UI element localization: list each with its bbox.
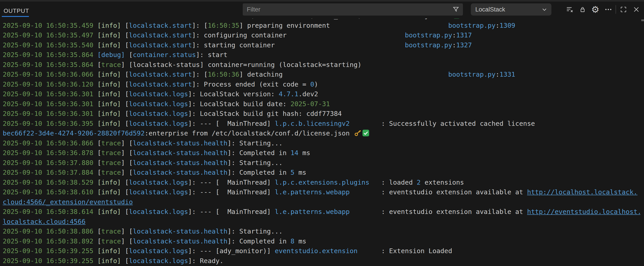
log-text: [ — [121, 81, 129, 88]
log-text: [ — [121, 120, 129, 127]
log-text: 2025-09-10 16:50:35.413 — [3, 18, 94, 19]
log-text: 2025-09-10 16:50:35.497 — [3, 31, 94, 39]
log-text: bootstrap.py — [448, 22, 496, 29]
log-text: [info] — [97, 100, 121, 108]
log-text: [info] — [97, 22, 121, 29]
log-text: [ — [125, 51, 133, 59]
log-line: 2025-09-10 16:50:36.395 [info] [localsta… — [3, 119, 640, 129]
auto-scroll-lock-button[interactable] — [576, 3, 589, 15]
log-text: [ — [97, 149, 101, 157]
log-text: localstack-status.health — [133, 237, 228, 245]
log-text: : loaded — [370, 178, 417, 186]
log-line: 2025-09-10 16:50:38.892 [trace] [localst… — [3, 237, 640, 246]
log-text: ]: [ — [192, 71, 208, 78]
log-text: ]: --- [ MainThread] — [188, 188, 275, 196]
log-text: ] [localstack-status] container=running … — [121, 61, 362, 69]
log-text: : eventstudio extension available at — [350, 188, 527, 196]
log-line: 2025-09-10 16:50:36.120 [info] [localsta… — [3, 80, 640, 90]
log-text: 2025-09-10 16:50:35.864 — [3, 61, 94, 69]
log-text — [94, 22, 97, 29]
filter-funnel-icon[interactable] — [452, 6, 460, 13]
log-text: [ — [121, 71, 129, 78]
clear-output-button[interactable] — [563, 3, 576, 15]
log-text: container.status — [133, 51, 196, 59]
log-text: ms — [294, 237, 306, 245]
log-text: ]: LocalStack version: — [188, 90, 279, 98]
log-text: bootstrap.py — [405, 31, 452, 39]
maximize-panel-button[interactable] — [617, 3, 630, 15]
log-text: 2025-09-10 16:50:37.880 — [3, 159, 94, 167]
log-link[interactable]: cloud:4566/_extension/eventstudio — [3, 198, 133, 206]
log-text: 1317 — [456, 31, 472, 39]
log-line: 2025-09-10 16:50:35.459 [info] [localsta… — [3, 21, 640, 31]
scrollbar-thumb[interactable] — [641, 19, 644, 21]
log-text: 2025-09-10 16:50:35.540 — [3, 41, 94, 49]
log-line: 2025-09-10 16:50:36.878 [trace] [localst… — [3, 148, 640, 158]
log-text: [info] — [97, 208, 121, 216]
log-text — [286, 31, 405, 39]
log-text: ]: env: DEBUG=1, PERSISTENCE=1, AUTH_TOK… — [192, 18, 444, 19]
log-text: 4.7.1 — [279, 90, 298, 98]
log-text: 2025-09-10 16:50:36.301 — [3, 110, 94, 118]
log-text: ]: LocalStack build date: — [188, 100, 290, 108]
more-actions-button[interactable] — [602, 3, 615, 15]
log-text: ]: LocalStack build git hash: cddf77384 — [188, 110, 342, 118]
settings-button[interactable]: ⚙ — [589, 3, 602, 15]
log-text — [94, 208, 97, 216]
log-text: ] [ — [121, 237, 133, 245]
log-text: 8 — [290, 237, 294, 245]
log-line: 2025-09-10 16:50:39.255 [info] [localsta… — [3, 246, 640, 256]
log-text: localstack-status.health — [133, 159, 228, 167]
log-text — [94, 228, 97, 235]
check-emoji — [362, 130, 370, 136]
log-text — [94, 178, 97, 186]
log-text — [94, 149, 97, 157]
chevron-down-icon — [541, 6, 548, 13]
log-text: 2 — [416, 178, 420, 186]
log-text: bootstrap.py — [448, 71, 496, 78]
log-text: ]: --- [ MainThread] — [188, 208, 275, 216]
log-text: 2025-09-10 16:50:36.866 — [3, 139, 94, 147]
key-emoji — [445, 18, 452, 19]
log-text: 2025-09-10 16:50:36.878 — [3, 149, 94, 157]
key-emoji — [354, 130, 361, 136]
log-text — [94, 81, 97, 88]
log-text: 0 — [310, 81, 314, 88]
log-text: localstack-status.health — [133, 169, 228, 176]
panel-top-border — [0, 0, 644, 1]
log-link[interactable]: http://localhost.localstack. — [527, 188, 638, 196]
log-link[interactable]: http://eventstudio.localhost. — [527, 208, 640, 216]
log-text — [94, 100, 97, 108]
log-text: :enterprise from /etc/localstack/conf.d/… — [145, 130, 354, 137]
log-text — [94, 71, 97, 78]
log-text: [ — [121, 18, 129, 19]
log-text: localstack.logs — [129, 110, 188, 118]
log-link[interactable]: localstack.cloud:4566 — [3, 218, 86, 225]
log-text: ] preparing environment — [239, 22, 330, 29]
ellipsis-icon — [604, 6, 612, 13]
close-panel-button[interactable] — [630, 3, 643, 15]
panel-actions: ⚙ — [563, 3, 643, 15]
log-text: [debug] — [97, 51, 125, 59]
log-text: localstack-status.health — [133, 228, 228, 235]
gear-icon: ⚙ — [592, 5, 600, 14]
log-text — [94, 159, 97, 167]
log-text: eventstudio.extension — [275, 247, 358, 255]
filter-input[interactable] — [243, 6, 452, 13]
log-text — [94, 90, 97, 98]
log-text: 2025-09-10 16:50:36.301 — [3, 90, 94, 98]
output-channel-select[interactable]: LocalStack — [471, 3, 552, 15]
log-line: localstack.cloud:4566 — [3, 217, 640, 227]
log-text: : — [452, 31, 456, 39]
log-text — [330, 22, 448, 29]
log-text: localstack.start — [129, 22, 192, 29]
log-text — [275, 41, 405, 49]
log-text: localstack.logs — [129, 120, 188, 127]
log-text: localstack.start — [129, 81, 192, 88]
log-text — [94, 18, 97, 19]
log-text: trace — [102, 149, 121, 157]
log-line: 2025-09-10 16:50:36.301 [info] [localsta… — [3, 99, 640, 109]
log-text: [ — [121, 247, 129, 255]
log-text: 1331 — [500, 71, 515, 78]
log-text: : Successfully activated cached license — [350, 120, 535, 127]
